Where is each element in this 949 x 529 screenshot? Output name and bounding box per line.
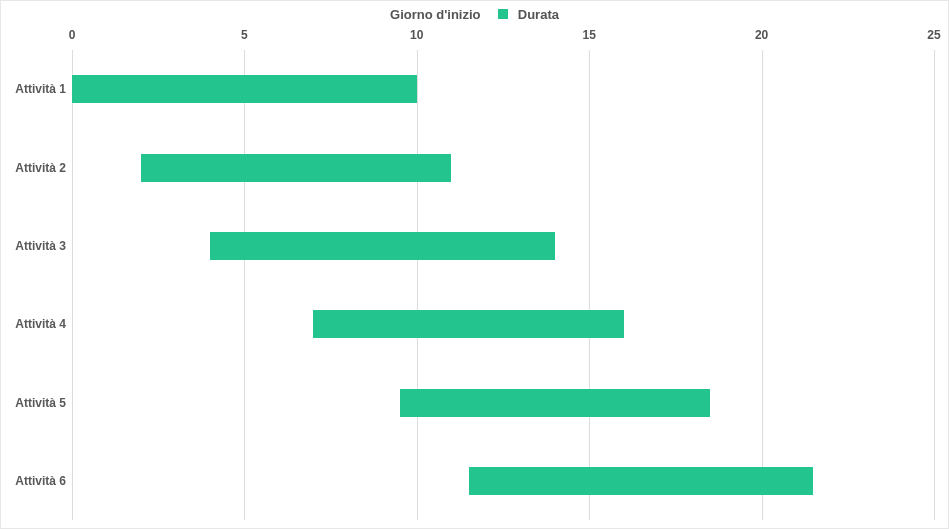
gantt-bar bbox=[313, 310, 623, 338]
legend-durata-label: Durata bbox=[518, 7, 559, 22]
x-tick-label: 20 bbox=[755, 28, 768, 42]
y-category-label: Attività 5 bbox=[6, 396, 66, 410]
y-category-label: Attività 2 bbox=[6, 161, 66, 175]
gantt-bar bbox=[141, 154, 451, 182]
gantt-chart: Giorno d'inizio Durata 0510152025Attivit… bbox=[0, 0, 949, 529]
x-tick-label: 10 bbox=[410, 28, 423, 42]
y-category-label: Attività 3 bbox=[6, 239, 66, 253]
gantt-bar bbox=[400, 389, 710, 417]
x-gridline bbox=[589, 50, 590, 520]
x-gridline bbox=[72, 50, 73, 520]
y-category-label: Attività 1 bbox=[6, 82, 66, 96]
x-gridline bbox=[934, 50, 935, 520]
gantt-bar bbox=[469, 467, 814, 495]
x-tick-label: 0 bbox=[69, 28, 76, 42]
chart-legend: Giorno d'inizio Durata bbox=[0, 6, 949, 22]
x-gridline bbox=[417, 50, 418, 520]
gantt-bar bbox=[72, 75, 417, 103]
x-gridline bbox=[762, 50, 763, 520]
gantt-bar bbox=[210, 232, 555, 260]
x-tick-label: 15 bbox=[583, 28, 596, 42]
legend-inizio-label: Giorno d'inizio bbox=[390, 7, 480, 22]
x-tick-label: 25 bbox=[927, 28, 940, 42]
x-tick-label: 5 bbox=[241, 28, 248, 42]
y-category-label: Attività 6 bbox=[6, 474, 66, 488]
legend-swatch-icon bbox=[498, 9, 508, 19]
x-gridline bbox=[244, 50, 245, 520]
plot-area: 0510152025Attività 1Attività 2Attività 3… bbox=[72, 50, 934, 520]
y-category-label: Attività 4 bbox=[6, 317, 66, 331]
